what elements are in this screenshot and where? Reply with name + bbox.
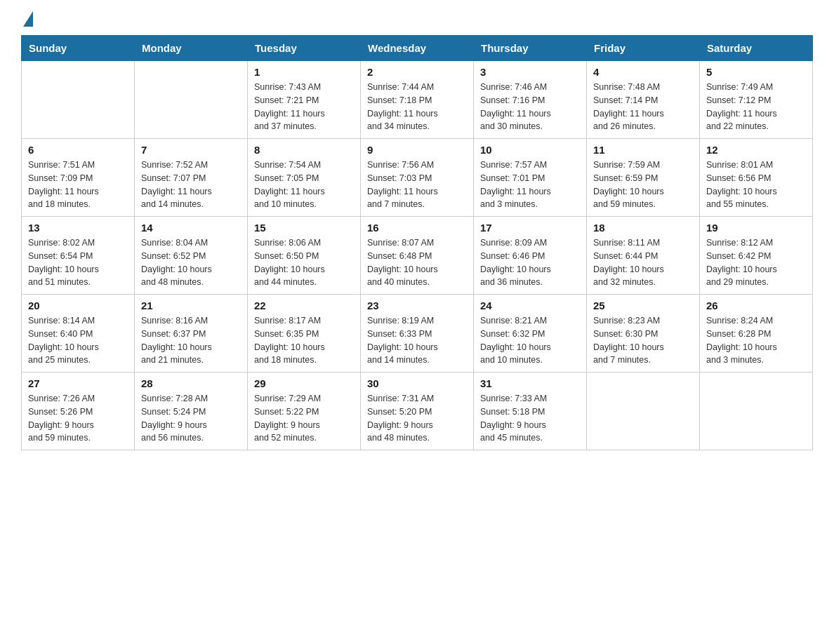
calendar-cell: 28Sunrise: 7:28 AMSunset: 5:24 PMDayligh… <box>135 373 248 450</box>
week-row-1: 1Sunrise: 7:43 AMSunset: 7:21 PMDaylight… <box>22 61 813 139</box>
calendar-cell: 26Sunrise: 8:24 AMSunset: 6:28 PMDayligh… <box>700 295 813 373</box>
calendar-cell: 20Sunrise: 8:14 AMSunset: 6:40 PMDayligh… <box>22 295 135 373</box>
header-row: SundayMondayTuesdayWednesdayThursdayFrid… <box>22 36 813 61</box>
day-number: 27 <box>28 377 128 389</box>
calendar-cell: 13Sunrise: 8:02 AMSunset: 6:54 PMDayligh… <box>22 217 135 295</box>
day-info: Sunrise: 8:09 AMSunset: 6:46 PMDaylight:… <box>480 236 580 289</box>
calendar-cell: 29Sunrise: 7:29 AMSunset: 5:22 PMDayligh… <box>248 373 361 450</box>
day-number: 4 <box>593 66 693 78</box>
week-row-3: 13Sunrise: 8:02 AMSunset: 6:54 PMDayligh… <box>22 217 813 295</box>
day-number: 7 <box>141 144 241 156</box>
day-number: 30 <box>367 377 467 389</box>
calendar-cell: 14Sunrise: 8:04 AMSunset: 6:52 PMDayligh… <box>135 217 248 295</box>
calendar-cell: 4Sunrise: 7:48 AMSunset: 7:14 PMDaylight… <box>587 61 700 139</box>
day-info: Sunrise: 8:23 AMSunset: 6:30 PMDaylight:… <box>593 314 693 367</box>
calendar-cell: 6Sunrise: 7:51 AMSunset: 7:09 PMDaylight… <box>22 139 135 217</box>
calendar-cell: 2Sunrise: 7:44 AMSunset: 7:18 PMDaylight… <box>361 61 474 139</box>
calendar-cell: 23Sunrise: 8:19 AMSunset: 6:33 PMDayligh… <box>361 295 474 373</box>
calendar-cell: 8Sunrise: 7:54 AMSunset: 7:05 PMDaylight… <box>248 139 361 217</box>
day-number: 19 <box>706 222 806 234</box>
day-number: 15 <box>254 222 354 234</box>
day-info: Sunrise: 8:07 AMSunset: 6:48 PMDaylight:… <box>367 236 467 289</box>
day-number: 18 <box>593 222 693 234</box>
day-info: Sunrise: 7:48 AMSunset: 7:14 PMDaylight:… <box>593 81 693 133</box>
day-number: 24 <box>480 300 580 311</box>
day-info: Sunrise: 7:54 AMSunset: 7:05 PMDaylight:… <box>254 159 354 211</box>
day-info: Sunrise: 8:24 AMSunset: 6:28 PMDaylight:… <box>706 314 806 367</box>
day-info: Sunrise: 7:46 AMSunset: 7:16 PMDaylight:… <box>480 81 580 133</box>
day-number: 11 <box>593 144 693 156</box>
weekday-header-friday: Friday <box>587 36 700 61</box>
calendar-cell: 5Sunrise: 7:49 AMSunset: 7:12 PMDaylight… <box>700 61 813 139</box>
weekday-header-wednesday: Wednesday <box>361 36 474 61</box>
day-number: 29 <box>254 377 354 389</box>
day-number: 5 <box>706 66 806 78</box>
day-number: 1 <box>254 66 354 78</box>
calendar-cell: 12Sunrise: 8:01 AMSunset: 6:56 PMDayligh… <box>700 139 813 217</box>
day-info: Sunrise: 7:44 AMSunset: 7:18 PMDaylight:… <box>367 81 467 133</box>
calendar-cell: 31Sunrise: 7:33 AMSunset: 5:18 PMDayligh… <box>474 373 587 450</box>
calendar-table: SundayMondayTuesdayWednesdayThursdayFrid… <box>21 35 813 450</box>
day-info: Sunrise: 8:14 AMSunset: 6:40 PMDaylight:… <box>28 314 128 367</box>
day-info: Sunrise: 7:43 AMSunset: 7:21 PMDaylight:… <box>254 81 354 133</box>
day-number: 31 <box>480 377 580 389</box>
calendar-cell: 24Sunrise: 8:21 AMSunset: 6:32 PMDayligh… <box>474 295 587 373</box>
day-number: 3 <box>480 66 580 78</box>
calendar-cell: 17Sunrise: 8:09 AMSunset: 6:46 PMDayligh… <box>474 217 587 295</box>
day-number: 25 <box>593 300 693 311</box>
weekday-header-sunday: Sunday <box>22 36 135 61</box>
week-row-4: 20Sunrise: 8:14 AMSunset: 6:40 PMDayligh… <box>22 295 813 373</box>
calendar-cell <box>587 373 700 450</box>
day-number: 13 <box>28 222 128 234</box>
day-info: Sunrise: 7:33 AMSunset: 5:18 PMDaylight:… <box>480 392 580 445</box>
calendar-cell: 7Sunrise: 7:52 AMSunset: 7:07 PMDaylight… <box>135 139 248 217</box>
day-info: Sunrise: 7:57 AMSunset: 7:01 PMDaylight:… <box>480 159 580 211</box>
day-number: 23 <box>367 300 467 311</box>
day-number: 6 <box>28 144 128 156</box>
weekday-header-thursday: Thursday <box>474 36 587 61</box>
day-info: Sunrise: 8:12 AMSunset: 6:42 PMDaylight:… <box>706 236 806 289</box>
day-number: 22 <box>254 300 354 311</box>
day-info: Sunrise: 7:52 AMSunset: 7:07 PMDaylight:… <box>141 159 241 211</box>
day-number: 26 <box>706 300 806 311</box>
day-number: 10 <box>480 144 580 156</box>
day-info: Sunrise: 7:56 AMSunset: 7:03 PMDaylight:… <box>367 159 467 211</box>
calendar-cell: 15Sunrise: 8:06 AMSunset: 6:50 PMDayligh… <box>248 217 361 295</box>
weekday-header-tuesday: Tuesday <box>248 36 361 61</box>
day-info: Sunrise: 8:06 AMSunset: 6:50 PMDaylight:… <box>254 236 354 289</box>
calendar-cell: 11Sunrise: 7:59 AMSunset: 6:59 PMDayligh… <box>587 139 700 217</box>
day-info: Sunrise: 8:17 AMSunset: 6:35 PMDaylight:… <box>254 314 354 367</box>
week-row-2: 6Sunrise: 7:51 AMSunset: 7:09 PMDaylight… <box>22 139 813 217</box>
calendar-cell: 9Sunrise: 7:56 AMSunset: 7:03 PMDaylight… <box>361 139 474 217</box>
calendar-cell: 22Sunrise: 8:17 AMSunset: 6:35 PMDayligh… <box>248 295 361 373</box>
day-number: 9 <box>367 144 467 156</box>
day-number: 12 <box>706 144 806 156</box>
calendar-cell: 27Sunrise: 7:26 AMSunset: 5:26 PMDayligh… <box>22 373 135 450</box>
day-number: 14 <box>141 222 241 234</box>
day-info: Sunrise: 7:28 AMSunset: 5:24 PMDaylight:… <box>141 392 241 445</box>
day-number: 20 <box>28 300 128 311</box>
calendar-cell: 1Sunrise: 7:43 AMSunset: 7:21 PMDaylight… <box>248 61 361 139</box>
calendar-cell <box>135 61 248 139</box>
day-info: Sunrise: 8:16 AMSunset: 6:37 PMDaylight:… <box>141 314 241 367</box>
day-info: Sunrise: 7:49 AMSunset: 7:12 PMDaylight:… <box>706 81 806 133</box>
day-info: Sunrise: 8:19 AMSunset: 6:33 PMDaylight:… <box>367 314 467 367</box>
calendar-cell <box>700 373 813 450</box>
weekday-header-saturday: Saturday <box>700 36 813 61</box>
day-info: Sunrise: 8:04 AMSunset: 6:52 PMDaylight:… <box>141 236 241 289</box>
logo-triangle-icon <box>23 11 33 27</box>
week-row-5: 27Sunrise: 7:26 AMSunset: 5:26 PMDayligh… <box>22 373 813 450</box>
day-number: 21 <box>141 300 241 311</box>
calendar-cell: 30Sunrise: 7:31 AMSunset: 5:20 PMDayligh… <box>361 373 474 450</box>
day-number: 28 <box>141 377 241 389</box>
page-header <box>21 14 813 22</box>
calendar-cell: 3Sunrise: 7:46 AMSunset: 7:16 PMDaylight… <box>474 61 587 139</box>
day-number: 17 <box>480 222 580 234</box>
day-info: Sunrise: 7:59 AMSunset: 6:59 PMDaylight:… <box>593 159 693 211</box>
day-info: Sunrise: 7:51 AMSunset: 7:09 PMDaylight:… <box>28 159 128 211</box>
day-info: Sunrise: 8:01 AMSunset: 6:56 PMDaylight:… <box>706 159 806 211</box>
day-info: Sunrise: 7:31 AMSunset: 5:20 PMDaylight:… <box>367 392 467 445</box>
calendar-cell <box>22 61 135 139</box>
weekday-header-monday: Monday <box>135 36 248 61</box>
day-number: 16 <box>367 222 467 234</box>
